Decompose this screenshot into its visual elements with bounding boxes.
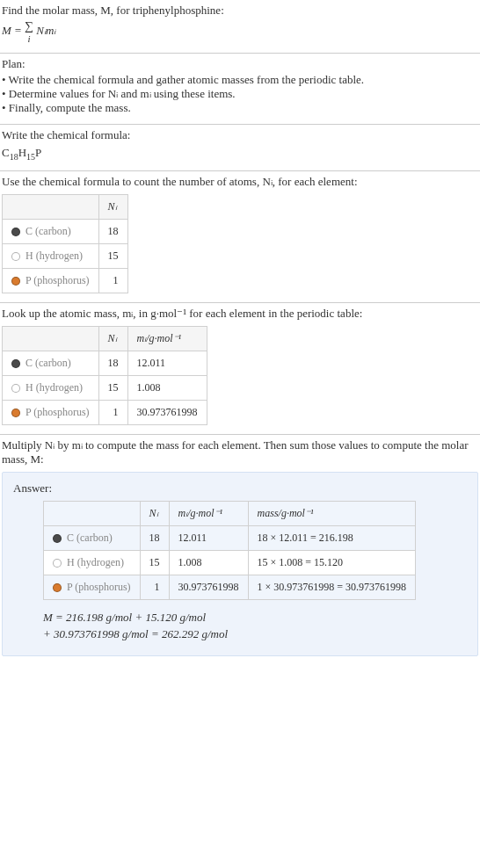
element-cell: H (hydrogen) (3, 243, 99, 268)
table-row: C (carbon) 18 (3, 219, 128, 243)
element-cell: P (phosphorus) (3, 400, 99, 424)
mi-cell: 1.008 (169, 550, 248, 575)
formula-rhs: Nᵢmᵢ (33, 24, 55, 37)
intro-text: Find the molar mass, M, for triphenylpho… (2, 4, 478, 18)
ni-cell: 18 (98, 219, 127, 243)
count-title: Use the chemical formula to count the nu… (2, 175, 478, 189)
atom-count-table: Nᵢ C (carbon) 18 H (hydrogen) 15 P (phos… (2, 194, 128, 293)
sigma: ∑ (25, 19, 33, 33)
table-header-row: Nᵢ mᵢ/g·mol⁻¹ (3, 326, 207, 351)
header-ni: Nᵢ (98, 194, 127, 219)
element-name: H (hydrogen) (25, 381, 83, 394)
table-row: P (phosphorus) 1 30.973761998 (3, 400, 207, 424)
element-name: H (hydrogen) (67, 556, 124, 568)
ni-cell: 1 (140, 575, 169, 599)
formula-lhs: M = (2, 24, 25, 37)
molar-mass-formula: M = ∑i Nᵢmᵢ (2, 19, 478, 44)
mass-cell: 18 × 12.011 = 216.198 (248, 525, 416, 550)
ni-cell: 15 (140, 550, 169, 575)
ni-cell: 1 (98, 268, 127, 293)
atom-count-section: Use the chemical formula to count the nu… (0, 171, 480, 303)
intro-section: Find the molar mass, M, for triphenylpho… (0, 0, 480, 54)
atomic-mass-table: Nᵢ mᵢ/g·mol⁻¹ C (carbon) 18 12.011 H (hy… (2, 326, 207, 425)
header-blank (44, 501, 141, 525)
element-swatch (53, 534, 62, 543)
answer-table: Nᵢ mᵢ/g·mol⁻¹ mass/g·mol⁻¹ C (carbon) 18… (43, 501, 416, 600)
elem-c-count: 18 (10, 152, 18, 162)
header-blank (3, 194, 99, 219)
compute-section: Multiply Nᵢ by mᵢ to compute the mass fo… (0, 435, 480, 665)
ni-cell: 18 (98, 351, 127, 375)
element-swatch (11, 409, 20, 417)
ni-cell: 18 (140, 525, 169, 550)
element-cell: H (hydrogen) (44, 550, 141, 575)
element-cell: P (phosphorus) (3, 268, 99, 293)
sum-index: i (28, 33, 31, 44)
table-header-row: Nᵢ mᵢ/g·mol⁻¹ mass/g·mol⁻¹ (44, 501, 416, 525)
chem-formula-title: Write the chemical formula: (2, 128, 478, 142)
mass-cell: 1 × 30.973761998 = 30.973761998 (248, 575, 416, 599)
table-row: C (carbon) 18 12.011 (3, 351, 207, 375)
elem-c: C (2, 146, 10, 159)
element-name: C (carbon) (25, 225, 71, 237)
chemical-formula-section: Write the chemical formula: C18H15P (0, 125, 480, 171)
element-name: H (hydrogen) (25, 250, 83, 262)
element-name: P (phosphorus) (25, 274, 90, 286)
element-swatch (53, 559, 62, 568)
ni-cell: 15 (98, 243, 127, 268)
answer-label: Answer: (13, 481, 467, 495)
mi-cell: 1.008 (127, 375, 207, 400)
element-name: P (phosphorus) (67, 581, 131, 593)
header-blank (3, 326, 99, 351)
table-row: P (phosphorus) 1 (3, 268, 128, 293)
plan-item: Write the chemical formula and gather at… (2, 73, 478, 87)
plan-section: Plan: Write the chemical formula and gat… (0, 54, 480, 125)
final-sum-line1: M = 216.198 g/mol + 15.120 g/mol (43, 609, 467, 626)
multiply-title: Multiply Nᵢ by mᵢ to compute the mass fo… (2, 438, 478, 467)
header-mi: mᵢ/g·mol⁻¹ (127, 326, 207, 351)
element-swatch (11, 228, 20, 236)
ni-cell: 15 (98, 375, 127, 400)
table-row: H (hydrogen) 15 1.008 15 × 1.008 = 15.12… (44, 550, 416, 575)
table-row: H (hydrogen) 15 (3, 243, 128, 268)
elem-p: P (35, 146, 41, 159)
mi-cell: 12.011 (127, 351, 207, 375)
element-name: P (phosphorus) (25, 406, 90, 418)
ni-cell: 1 (98, 400, 127, 424)
mass-cell: 15 × 1.008 = 15.120 (248, 550, 416, 575)
element-swatch (11, 252, 20, 261)
plan-item: Finally, compute the mass. (2, 101, 478, 115)
element-swatch (53, 583, 62, 592)
chemical-formula: C18H15P (2, 146, 478, 162)
element-cell: C (carbon) (44, 525, 141, 550)
header-mi: mᵢ/g·mol⁻¹ (169, 501, 248, 525)
atomic-mass-section: Look up the atomic mass, mᵢ, in g·mol⁻¹ … (0, 303, 480, 435)
element-cell: P (phosphorus) (44, 575, 141, 599)
table-row: P (phosphorus) 1 30.973761998 1 × 30.973… (44, 575, 416, 599)
element-swatch (11, 359, 20, 368)
element-cell: C (carbon) (3, 351, 99, 375)
mi-cell: 30.973761998 (127, 400, 207, 424)
element-swatch (11, 384, 20, 393)
table-header-row: Nᵢ (3, 194, 128, 219)
elem-h-count: 15 (26, 152, 35, 162)
header-ni: Nᵢ (140, 501, 169, 525)
element-cell: H (hydrogen) (3, 375, 99, 400)
final-sum-line2: + 30.973761998 g/mol = 262.292 g/mol (43, 626, 467, 643)
element-name: C (carbon) (67, 532, 113, 544)
answer-box: Answer: Nᵢ mᵢ/g·mol⁻¹ mass/g·mol⁻¹ C (ca… (2, 472, 478, 656)
mass-title: Look up the atomic mass, mᵢ, in g·mol⁻¹ … (2, 307, 478, 321)
elem-h: H (18, 146, 26, 159)
element-name: C (carbon) (25, 357, 71, 369)
mi-cell: 30.973761998 (169, 575, 248, 599)
header-mass: mass/g·mol⁻¹ (248, 501, 416, 525)
plan-title: Plan: (2, 57, 478, 71)
table-row: H (hydrogen) 15 1.008 (3, 375, 207, 400)
header-ni: Nᵢ (98, 326, 127, 351)
element-swatch (11, 277, 20, 286)
summation-symbol: ∑i (25, 19, 33, 44)
table-row: C (carbon) 18 12.011 18 × 12.011 = 216.1… (44, 525, 416, 550)
plan-item: Determine values for Nᵢ and mᵢ using the… (2, 87, 478, 101)
element-cell: C (carbon) (3, 219, 99, 243)
plan-list: Write the chemical formula and gather at… (2, 73, 478, 115)
